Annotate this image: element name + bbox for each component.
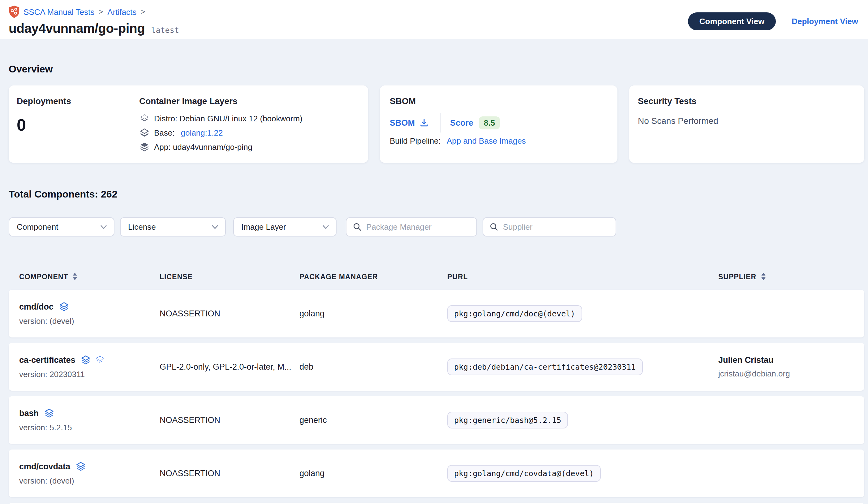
purl-cell: pkg:generic/bash@5.2.15 <box>447 412 718 429</box>
sort-supplier-button[interactable] <box>761 272 766 281</box>
component-version: version: 20230311 <box>19 369 159 379</box>
column-header-license: LICENSE <box>159 273 299 280</box>
dropdown-label: License <box>128 222 156 232</box>
download-icon[interactable] <box>419 118 428 127</box>
sbom-download-link[interactable]: SBOM <box>390 118 428 127</box>
layers-filled-icon <box>80 355 91 364</box>
dropdown-label: Image Layer <box>241 222 286 232</box>
license-cell: NOASSERTION <box>159 469 299 478</box>
image-layers-block: Container Image Layers Distro: Debian GN… <box>139 96 358 163</box>
sort-component-button[interactable] <box>73 272 78 281</box>
search-icon <box>489 222 499 232</box>
sbom-row: SBOM Score 8.5 <box>390 115 608 130</box>
breadcrumb: SSCA Manual Tests > Artifacts > <box>9 6 179 18</box>
supplier-search-input[interactable] <box>503 222 609 232</box>
component-version: version: 5.2.15 <box>19 423 159 432</box>
image-layers-list: Distro: Debian GNU/Linux 12 (bookworm) B… <box>139 114 358 152</box>
divider <box>440 113 440 132</box>
layers-base-icon <box>139 128 150 138</box>
deployments-block: Deployments 0 <box>17 96 139 163</box>
package-manager-search <box>346 217 477 236</box>
supplier-cell <box>718 471 854 475</box>
security-tests-card: Security Tests No Scans Performed <box>629 85 864 163</box>
layer-item-base: Base: golang:1.22 <box>139 128 358 138</box>
breadcrumb-separator: > <box>98 8 104 16</box>
image-layers-heading: Container Image Layers <box>139 96 358 106</box>
component-name: bash <box>19 409 39 417</box>
layers-filled-icon <box>75 462 86 471</box>
purl-cell: pkg:golang/cmd/doc@(devel) <box>447 305 718 322</box>
table-row: ca-certificates version: 20230311 GPL-2.… <box>9 343 864 391</box>
search-icon <box>353 222 362 232</box>
package-manager-search-input[interactable] <box>366 222 470 232</box>
main-content: Overview Deployments 0 Container Image L… <box>0 64 868 504</box>
table-row: cmd/doc version: (devel) NOASSERTION gol… <box>9 290 864 337</box>
chevron-down-icon <box>211 225 218 229</box>
page: SSCA Manual Tests > Artifacts > uday4vun… <box>0 0 868 504</box>
component-cell: cmd/doc version: (devel) <box>19 302 159 325</box>
component-view-button[interactable]: Component View <box>688 12 775 30</box>
deployments-label: Deployments <box>17 96 139 106</box>
component-cell: bash version: 5.2.15 <box>19 409 159 432</box>
sbom-score-label: Score <box>450 118 473 127</box>
license-cell: NOASSERTION <box>159 415 299 425</box>
header-left: SSCA Manual Tests > Artifacts > uday4vun… <box>9 6 179 36</box>
component-cell: ca-certificates version: 20230311 <box>19 355 159 379</box>
layers-filled-icon <box>59 302 69 311</box>
column-label: LICENSE <box>159 273 193 280</box>
layer-app-label: App: uday4vunnam/go-ping <box>154 142 252 152</box>
column-header-purl: PURL <box>447 273 718 280</box>
purl-chip: pkg:golang/cmd/doc@(devel) <box>447 305 582 322</box>
breadcrumb-separator: > <box>140 8 146 16</box>
supplier-search <box>483 217 616 236</box>
column-label: COMPONENT <box>19 273 68 280</box>
purl-cell: pkg:deb/debian/ca-certificates@20230311 <box>447 359 718 375</box>
column-label: PACKAGE MANAGER <box>299 273 378 280</box>
layers-app-icon <box>139 142 150 152</box>
supplier-name: Julien Cristau <box>718 355 854 365</box>
component-filter-dropdown[interactable]: Component <box>9 217 114 236</box>
page-title: uday4vunnam/go-ping <box>9 21 145 36</box>
component-layer-icons <box>59 302 69 311</box>
component-name: cmd/covdata <box>19 462 70 471</box>
sbom-heading: SBOM <box>390 96 608 106</box>
sbom-card: SBOM SBOM Score 8.5 Build <box>380 85 618 163</box>
image-layer-filter-dropdown[interactable]: Image Layer <box>233 217 337 236</box>
sbom-score-badge: 8.5 <box>479 116 500 129</box>
license-cell: GPL-2.0-only, GPL-2.0-or-later, M... <box>159 362 299 372</box>
license-filter-dropdown[interactable]: License <box>120 217 226 236</box>
component-name: cmd/doc <box>19 302 53 311</box>
breadcrumb-link-artifacts[interactable]: Artifacts <box>107 7 136 17</box>
layer-base-label: Base: <box>154 128 175 138</box>
layer-distro-label: Distro: Debian GNU/Linux 12 (bookworm) <box>154 114 302 123</box>
base-image-link[interactable]: golang:1.22 <box>181 128 223 138</box>
table-header: COMPONENT LICENSE PACKAGE MANAGER PURL S… <box>9 272 864 281</box>
next-row-partial <box>9 503 864 504</box>
deployment-view-link[interactable]: Deployment View <box>792 17 858 26</box>
purl-chip: pkg:deb/debian/ca-certificates@20230311 <box>447 359 642 375</box>
supplier-cell: Julien Cristau jcristau@debian.org <box>718 355 854 378</box>
security-tests-heading: Security Tests <box>638 96 854 106</box>
overview-heading: Overview <box>9 64 864 75</box>
table-body: cmd/doc version: (devel) NOASSERTION gol… <box>9 290 864 497</box>
package-manager-cell: generic <box>299 415 447 425</box>
package-manager-cell: deb <box>299 362 447 372</box>
column-header-package-manager: PACKAGE MANAGER <box>299 273 447 280</box>
component-layer-icons <box>44 409 54 417</box>
deployments-and-layers-card: Deployments 0 Container Image Layers <box>9 85 368 163</box>
component-layer-icons <box>80 355 105 364</box>
supplier-email: jcristau@debian.org <box>718 369 854 378</box>
layer-item-distro: Distro: Debian GNU/Linux 12 (bookworm) <box>139 114 358 123</box>
build-pipeline-link[interactable]: App and Base Images <box>447 136 526 145</box>
sbom-download-label: SBOM <box>390 118 415 127</box>
component-version: version: (devel) <box>19 476 159 485</box>
purl-cell: pkg:golang/cmd/covdata@(devel) <box>447 465 718 482</box>
column-label: SUPPLIER <box>718 273 756 280</box>
license-cell: NOASSERTION <box>159 309 299 318</box>
component-name: ca-certificates <box>19 355 75 364</box>
overview-cards: Deployments 0 Container Image Layers <box>9 85 864 163</box>
view-toggle: Component View Deployment View <box>688 12 858 30</box>
component-layer-icons <box>75 462 86 471</box>
package-manager-cell: golang <box>299 309 447 318</box>
breadcrumb-link-project[interactable]: SSCA Manual Tests <box>23 7 94 17</box>
